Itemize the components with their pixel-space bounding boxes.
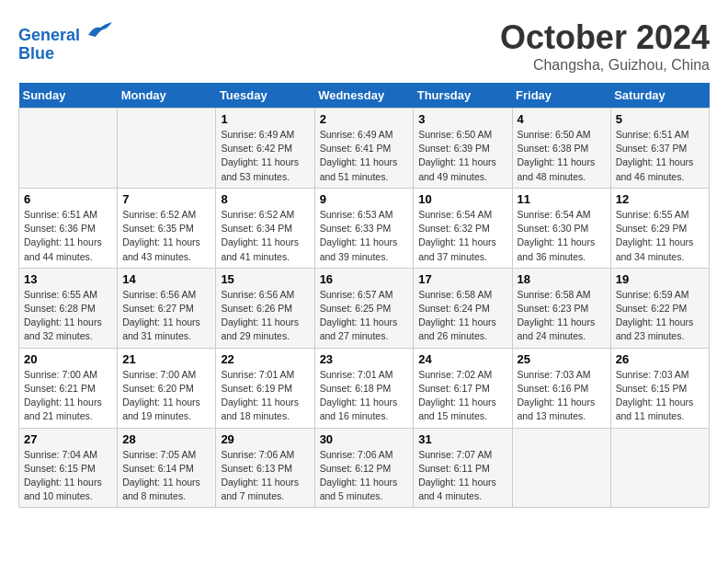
weekday-header: Thursday xyxy=(414,83,512,109)
calendar-week-row: 1Sunrise: 6:49 AMSunset: 6:42 PMDaylight… xyxy=(19,109,710,189)
day-info: Sunrise: 6:53 AMSunset: 6:33 PMDaylight:… xyxy=(320,208,409,264)
day-number: 2 xyxy=(320,112,409,126)
calendar-cell: 18Sunrise: 6:58 AMSunset: 6:23 PMDayligh… xyxy=(512,268,610,348)
logo-text: General Blue xyxy=(18,18,114,63)
calendar-cell: 30Sunrise: 7:06 AMSunset: 6:12 PMDayligh… xyxy=(314,428,414,508)
calendar-cell: 21Sunrise: 7:00 AMSunset: 6:20 PMDayligh… xyxy=(118,348,216,428)
day-info: Sunrise: 7:01 AMSunset: 6:19 PMDaylight:… xyxy=(221,368,309,424)
calendar-cell: 24Sunrise: 7:02 AMSunset: 6:17 PMDayligh… xyxy=(414,348,512,428)
day-info: Sunrise: 6:55 AMSunset: 6:29 PMDaylight:… xyxy=(616,208,704,264)
day-number: 14 xyxy=(122,272,210,286)
day-number: 22 xyxy=(221,352,309,366)
day-info: Sunrise: 6:52 AMSunset: 6:35 PMDaylight:… xyxy=(122,208,210,264)
day-number: 7 xyxy=(122,192,210,206)
calendar-cell: 8Sunrise: 6:52 AMSunset: 6:34 PMDaylight… xyxy=(216,188,314,268)
day-info: Sunrise: 6:54 AMSunset: 6:32 PMDaylight:… xyxy=(418,208,506,264)
day-number: 10 xyxy=(418,192,506,206)
day-number: 1 xyxy=(221,112,309,126)
title-block: October 2024 Changsha, Guizhou, China xyxy=(500,18,710,74)
calendar-cell: 25Sunrise: 7:03 AMSunset: 6:16 PMDayligh… xyxy=(512,348,610,428)
calendar-cell: 17Sunrise: 6:58 AMSunset: 6:24 PMDayligh… xyxy=(414,268,512,348)
day-number: 30 xyxy=(320,432,409,446)
calendar-cell: 16Sunrise: 6:57 AMSunset: 6:25 PMDayligh… xyxy=(314,268,414,348)
day-number: 4 xyxy=(518,112,606,126)
day-info: Sunrise: 6:50 AMSunset: 6:39 PMDaylight:… xyxy=(418,128,506,184)
calendar-cell: 4Sunrise: 6:50 AMSunset: 6:38 PMDaylight… xyxy=(512,109,610,189)
day-number: 17 xyxy=(418,272,506,286)
calendar-week-row: 6Sunrise: 6:51 AMSunset: 6:36 PMDaylight… xyxy=(19,188,710,268)
day-info: Sunrise: 6:49 AMSunset: 6:42 PMDaylight:… xyxy=(221,128,309,184)
calendar-table: SundayMondayTuesdayWednesdayThursdayFrid… xyxy=(18,83,710,508)
calendar-cell: 31Sunrise: 7:07 AMSunset: 6:11 PMDayligh… xyxy=(414,428,512,508)
day-number: 3 xyxy=(418,112,506,126)
day-info: Sunrise: 7:02 AMSunset: 6:17 PMDaylight:… xyxy=(418,368,506,424)
day-info: Sunrise: 6:51 AMSunset: 6:36 PMDaylight:… xyxy=(24,208,112,264)
calendar-cell: 9Sunrise: 6:53 AMSunset: 6:33 PMDaylight… xyxy=(314,188,414,268)
calendar-cell: 13Sunrise: 6:55 AMSunset: 6:28 PMDayligh… xyxy=(19,268,118,348)
calendar-cell: 12Sunrise: 6:55 AMSunset: 6:29 PMDayligh… xyxy=(610,188,709,268)
weekday-header: Wednesday xyxy=(314,83,414,109)
day-info: Sunrise: 7:03 AMSunset: 6:15 PMDaylight:… xyxy=(616,368,704,424)
day-info: Sunrise: 7:05 AMSunset: 6:14 PMDaylight:… xyxy=(122,448,210,504)
day-number: 12 xyxy=(616,192,704,206)
day-info: Sunrise: 6:49 AMSunset: 6:41 PMDaylight:… xyxy=(320,128,409,184)
logo-blue: Blue xyxy=(18,44,54,63)
day-number: 28 xyxy=(122,432,210,446)
logo-bird-icon xyxy=(86,18,114,40)
month-title: October 2024 xyxy=(500,18,710,57)
header-row: SundayMondayTuesdayWednesdayThursdayFrid… xyxy=(19,83,710,109)
calendar-cell xyxy=(19,109,118,189)
day-number: 20 xyxy=(24,352,112,366)
day-info: Sunrise: 7:06 AMSunset: 6:12 PMDaylight:… xyxy=(320,448,409,504)
day-number: 18 xyxy=(518,272,606,286)
weekday-header: Friday xyxy=(512,83,610,109)
day-number: 26 xyxy=(616,352,704,366)
weekday-header: Sunday xyxy=(19,83,118,109)
calendar-cell: 6Sunrise: 6:51 AMSunset: 6:36 PMDaylight… xyxy=(19,188,118,268)
day-number: 11 xyxy=(518,192,606,206)
calendar-cell: 28Sunrise: 7:05 AMSunset: 6:14 PMDayligh… xyxy=(118,428,216,508)
day-number: 21 xyxy=(122,352,210,366)
calendar-cell: 5Sunrise: 6:51 AMSunset: 6:37 PMDaylight… xyxy=(610,109,709,189)
day-number: 15 xyxy=(221,272,309,286)
calendar-cell: 19Sunrise: 6:59 AMSunset: 6:22 PMDayligh… xyxy=(610,268,709,348)
day-number: 19 xyxy=(616,272,704,286)
page-header: General Blue October 2024 Changsha, Guiz… xyxy=(18,18,710,74)
day-info: Sunrise: 6:57 AMSunset: 6:25 PMDaylight:… xyxy=(320,288,409,344)
day-info: Sunrise: 6:52 AMSunset: 6:34 PMDaylight:… xyxy=(221,208,309,264)
day-info: Sunrise: 7:04 AMSunset: 6:15 PMDaylight:… xyxy=(24,448,112,504)
calendar-cell: 26Sunrise: 7:03 AMSunset: 6:15 PMDayligh… xyxy=(610,348,709,428)
day-number: 25 xyxy=(518,352,606,366)
calendar-cell: 3Sunrise: 6:50 AMSunset: 6:39 PMDaylight… xyxy=(414,109,512,189)
day-number: 23 xyxy=(320,352,409,366)
day-number: 8 xyxy=(221,192,309,206)
day-number: 5 xyxy=(616,112,704,126)
day-info: Sunrise: 7:07 AMSunset: 6:11 PMDaylight:… xyxy=(418,448,506,504)
weekday-header: Tuesday xyxy=(216,83,314,109)
day-info: Sunrise: 6:56 AMSunset: 6:27 PMDaylight:… xyxy=(122,288,210,344)
weekday-header: Saturday xyxy=(610,83,709,109)
location: Changsha, Guizhou, China xyxy=(500,57,710,74)
day-info: Sunrise: 7:01 AMSunset: 6:18 PMDaylight:… xyxy=(320,368,409,424)
calendar-cell: 11Sunrise: 6:54 AMSunset: 6:30 PMDayligh… xyxy=(512,188,610,268)
calendar-week-row: 13Sunrise: 6:55 AMSunset: 6:28 PMDayligh… xyxy=(19,268,710,348)
day-number: 9 xyxy=(320,192,409,206)
calendar-cell: 1Sunrise: 6:49 AMSunset: 6:42 PMDaylight… xyxy=(216,109,314,189)
day-number: 31 xyxy=(418,432,506,446)
logo-general: General xyxy=(18,26,80,44)
calendar-cell: 22Sunrise: 7:01 AMSunset: 6:19 PMDayligh… xyxy=(216,348,314,428)
calendar-cell xyxy=(610,428,709,508)
day-number: 6 xyxy=(24,192,112,206)
day-info: Sunrise: 7:00 AMSunset: 6:20 PMDaylight:… xyxy=(122,368,210,424)
calendar-cell: 29Sunrise: 7:06 AMSunset: 6:13 PMDayligh… xyxy=(216,428,314,508)
day-number: 13 xyxy=(24,272,112,286)
day-number: 29 xyxy=(221,432,309,446)
day-info: Sunrise: 6:56 AMSunset: 6:26 PMDaylight:… xyxy=(221,288,309,344)
calendar-cell xyxy=(512,428,610,508)
day-info: Sunrise: 6:54 AMSunset: 6:30 PMDaylight:… xyxy=(518,208,606,264)
calendar-cell: 15Sunrise: 6:56 AMSunset: 6:26 PMDayligh… xyxy=(216,268,314,348)
calendar-cell: 7Sunrise: 6:52 AMSunset: 6:35 PMDaylight… xyxy=(118,188,216,268)
day-info: Sunrise: 7:00 AMSunset: 6:21 PMDaylight:… xyxy=(24,368,112,424)
calendar-cell: 14Sunrise: 6:56 AMSunset: 6:27 PMDayligh… xyxy=(118,268,216,348)
day-number: 27 xyxy=(24,432,112,446)
